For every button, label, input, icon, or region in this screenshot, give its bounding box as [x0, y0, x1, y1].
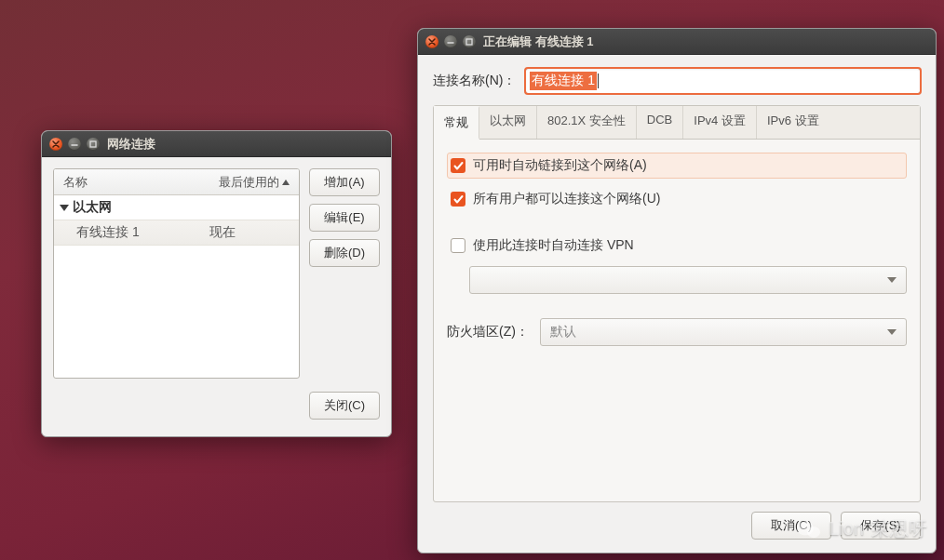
list-item-last-used: 现在: [209, 224, 299, 241]
titlebar[interactable]: 网络连接: [42, 131, 391, 157]
minimize-icon[interactable]: [68, 138, 81, 151]
checkbox-auto-connect[interactable]: 可用时自动链接到这个网络(A): [447, 153, 907, 179]
settings-notebook: 常规 以太网 802.1X 安全性 DCB IPv4 设置 IPv6 设置 可用…: [433, 105, 921, 502]
tab-general[interactable]: 常规: [434, 106, 479, 140]
checkbox-all-users[interactable]: 所有用户都可以连接这个网络(U): [447, 186, 907, 212]
list-header: 名称 最后使用的: [54, 169, 299, 195]
firewall-zone-label: 防火墙区(Z)：: [447, 324, 529, 340]
chevron-down-icon: [887, 329, 897, 335]
add-button[interactable]: 增加(A): [309, 168, 380, 196]
list-group-ethernet[interactable]: 以太网: [54, 195, 299, 220]
close-icon[interactable]: [49, 138, 62, 151]
firewall-zone-combo[interactable]: 默认: [540, 318, 907, 346]
window-buttons: [425, 35, 476, 48]
window-title: 网络连接: [107, 136, 155, 153]
svg-rect-1: [466, 39, 472, 45]
vpn-combo[interactable]: [469, 266, 907, 294]
chevron-down-icon: [60, 205, 69, 211]
checkbox-checked-icon: [451, 192, 465, 207]
save-button[interactable]: 保存(S): [841, 512, 921, 540]
edit-button[interactable]: 编辑(E): [309, 204, 380, 232]
checkbox-auto-vpn[interactable]: 使用此连接时自动连接 VPN: [447, 233, 907, 259]
checkbox-checked-icon: [451, 158, 465, 173]
tab-security[interactable]: 802.1X 安全性: [537, 106, 637, 139]
close-button[interactable]: 关闭(C): [309, 392, 380, 420]
maximize-icon[interactable]: [87, 138, 100, 151]
connection-name-label: 连接名称(N)：: [433, 73, 516, 89]
list-item[interactable]: 有线连接 1 现在: [54, 220, 299, 246]
column-last-used[interactable]: 最后使用的: [209, 174, 299, 191]
sort-asc-icon: [282, 180, 290, 185]
connection-name-input[interactable]: 有线连接 1: [525, 68, 921, 94]
close-icon[interactable]: [425, 35, 438, 48]
tab-ethernet[interactable]: 以太网: [479, 106, 537, 139]
chevron-down-icon: [887, 277, 897, 283]
tab-ipv4[interactable]: IPv4 设置: [683, 106, 757, 139]
delete-button[interactable]: 删除(D): [309, 239, 380, 267]
checkbox-unchecked-icon: [451, 238, 465, 253]
tab-ipv6[interactable]: IPv6 设置: [757, 106, 829, 139]
minimize-icon[interactable]: [444, 35, 457, 48]
connection-list[interactable]: 名称 最后使用的 以太网 有线连接 1 现在: [53, 168, 300, 379]
cancel-button[interactable]: 取消(C): [751, 512, 831, 540]
column-name[interactable]: 名称: [54, 174, 209, 191]
tab-page-general: 可用时自动链接到这个网络(A) 所有用户都可以连接这个网络(U) 使用此连接时自…: [434, 140, 920, 501]
maximize-icon[interactable]: [463, 35, 476, 48]
edit-connection-window: 正在编辑 有线连接 1 连接名称(N)： 有线连接 1 常规 以太网 802.1…: [417, 28, 937, 553]
window-buttons: [49, 138, 100, 151]
window-title: 正在编辑 有线连接 1: [483, 33, 593, 50]
titlebar[interactable]: 正在编辑 有线连接 1: [418, 29, 936, 55]
list-item-name: 有线连接 1: [76, 224, 209, 241]
tab-dcb[interactable]: DCB: [637, 106, 683, 139]
svg-rect-0: [90, 141, 96, 147]
network-connections-window: 网络连接 名称 最后使用的 以太网 有线连接 1: [41, 130, 392, 437]
text-caret: [598, 73, 599, 88]
